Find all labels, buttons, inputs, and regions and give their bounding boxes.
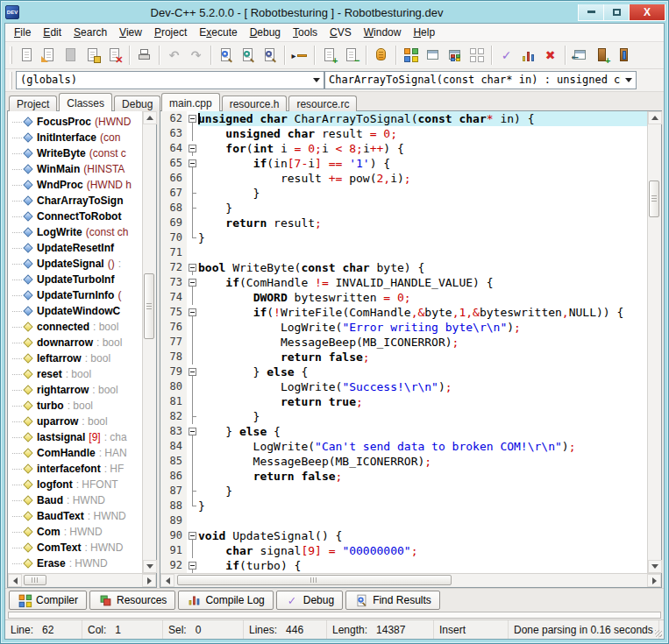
tree-item-updateturninfo[interactable]: UpdateTurnInfo( bbox=[8, 287, 142, 303]
code-text[interactable]: return false; bbox=[198, 350, 647, 364]
code-text[interactable]: void UpdateSignal() { bbox=[198, 528, 647, 543]
new-unit-button[interactable]: + bbox=[318, 45, 340, 66]
tree-item-updatewindowc[interactable]: UpdateWindowC bbox=[8, 303, 142, 319]
code-text[interactable]: if(!WriteFile(ComHandle,&byte,1,&byteswr… bbox=[198, 305, 647, 320]
profile-button[interactable] bbox=[517, 45, 539, 66]
tree-item-logfont[interactable]: logfont: HFONT bbox=[8, 477, 142, 492]
fold-marker[interactable] bbox=[187, 424, 198, 439]
fold-marker[interactable] bbox=[187, 111, 198, 126]
menu-item-tools[interactable]: Tools bbox=[287, 24, 324, 41]
menu-item-window[interactable]: Window bbox=[358, 24, 408, 41]
code-text[interactable]: unsigned char result = 0; bbox=[198, 126, 647, 141]
remove-unit-button[interactable]: − bbox=[340, 45, 362, 66]
minimize-button[interactable] bbox=[579, 4, 604, 20]
report-tab-compile-log[interactable]: Compile Log bbox=[178, 591, 273, 610]
menu-item-file[interactable]: File bbox=[8, 24, 37, 41]
menu-item-edit[interactable]: Edit bbox=[37, 24, 68, 41]
code-text[interactable] bbox=[198, 513, 647, 528]
tree-horizontal-scrollbar[interactable] bbox=[8, 573, 156, 587]
code-text[interactable]: } bbox=[198, 409, 647, 424]
fold-marker[interactable] bbox=[187, 141, 198, 156]
goto-line-button[interactable]: ▸ bbox=[288, 45, 310, 66]
tree-item-updateturboinf[interactable]: UpdateTurboInf bbox=[8, 272, 142, 287]
code-text[interactable]: return false; bbox=[198, 469, 647, 484]
code-text[interactable]: return true; bbox=[198, 394, 647, 409]
code-text[interactable]: } else { bbox=[198, 424, 647, 439]
tree-item-com[interactable]: Com: HWND bbox=[8, 524, 142, 540]
report-tab-compiler[interactable]: Compiler bbox=[9, 591, 87, 610]
tree-item-rightarrow[interactable]: rightarrow: bool bbox=[8, 382, 142, 398]
code-text[interactable]: return result; bbox=[198, 216, 647, 230]
code-text[interactable]: if(ComHandle != INVALID_HANDLE_VALUE) { bbox=[198, 275, 647, 290]
close-file-button[interactable]: ✕ bbox=[103, 45, 125, 66]
fold-marker[interactable] bbox=[187, 305, 198, 320]
open-file-button[interactable] bbox=[38, 45, 60, 66]
code-text[interactable]: DWORD byteswritten = 0; bbox=[198, 290, 647, 305]
rebuild-all-button[interactable] bbox=[466, 45, 488, 66]
code-text[interactable]: } bbox=[198, 201, 647, 216]
tree-item-updateresetinf[interactable]: UpdateResetInf bbox=[8, 240, 142, 256]
code-text[interactable]: } bbox=[198, 230, 647, 245]
fold-marker[interactable] bbox=[187, 260, 198, 275]
compile-button[interactable] bbox=[400, 45, 422, 66]
fold-marker[interactable] bbox=[187, 558, 198, 573]
code-text[interactable]: } else { bbox=[198, 364, 647, 379]
tree-vertical-scrollbar[interactable] bbox=[142, 111, 156, 573]
titlebar[interactable]: DEV Dev-C++ 5.2.0.0 - [ Robotbesturing ]… bbox=[1, 1, 668, 22]
chevron-down-icon[interactable] bbox=[309, 72, 324, 88]
scroll-right-button[interactable] bbox=[142, 574, 156, 587]
member-combobox[interactable]: CharArrayToSignal(const char* in) : unsi… bbox=[324, 71, 637, 89]
code-text[interactable]: } bbox=[198, 484, 647, 499]
code-text[interactable]: } bbox=[198, 186, 647, 201]
find-button[interactable] bbox=[215, 45, 237, 66]
fold-marker[interactable] bbox=[187, 275, 198, 290]
tab-classes[interactable]: Classes bbox=[59, 93, 112, 111]
code-text[interactable]: LogWrite("Can't send data to broken COM!… bbox=[198, 439, 647, 454]
code-text[interactable]: LogWrite("Success!\r\n"); bbox=[198, 379, 647, 394]
report-tab-resources[interactable]: Resources bbox=[89, 591, 175, 610]
scroll-up-button[interactable] bbox=[143, 111, 157, 124]
scroll-right-button[interactable] bbox=[647, 574, 661, 587]
menu-item-project[interactable]: Project bbox=[148, 24, 193, 41]
new-file-button[interactable] bbox=[16, 45, 38, 66]
scroll-up-button[interactable] bbox=[648, 111, 662, 124]
run-button[interactable] bbox=[422, 45, 444, 66]
editor-horizontal-scrollbar[interactable] bbox=[160, 573, 661, 587]
tree-item-comtext[interactable]: ComText: HWND bbox=[8, 540, 142, 556]
tree-item-writebyte[interactable]: WriteByte(const c bbox=[8, 145, 142, 161]
tree-item-reset[interactable]: reset: bool bbox=[8, 366, 142, 382]
tree-item-baudtext[interactable]: BaudText: HWND bbox=[8, 508, 142, 524]
tree-item-connecttorobot[interactable]: ConnectToRobot bbox=[8, 209, 142, 224]
tab-main-cpp[interactable]: main.cpp bbox=[161, 93, 220, 111]
code-text[interactable]: result += pow(2,i); bbox=[198, 171, 647, 186]
tree-item-erase[interactable]: Erase: HWND bbox=[8, 556, 142, 571]
report-tab-debug[interactable]: ✓Debug bbox=[276, 591, 343, 610]
tree-item-winmain[interactable]: WinMain(HINSTA bbox=[8, 161, 142, 177]
fold-marker[interactable] bbox=[187, 156, 198, 171]
menu-item-help[interactable]: Help bbox=[407, 24, 441, 41]
scroll-down-button[interactable] bbox=[143, 560, 157, 573]
tree-item-baud[interactable]: Baud: HWND bbox=[8, 492, 142, 508]
tab-resource-rc[interactable]: resource.rc bbox=[288, 96, 357, 111]
code-text[interactable]: if(turbo) { bbox=[198, 558, 647, 573]
tree-item-focusproc[interactable]: FocusProc(HWND bbox=[8, 114, 142, 130]
scroll-left-button[interactable] bbox=[8, 574, 22, 587]
resize-grip[interactable] bbox=[655, 630, 662, 637]
tree-item-interfacefont[interactable]: interfacefont: HF bbox=[8, 461, 142, 477]
code-text[interactable]: unsigned char CharArrayToSignal(const ch… bbox=[198, 111, 647, 126]
menu-item-debug[interactable]: Debug bbox=[244, 24, 287, 41]
chevron-down-icon[interactable] bbox=[621, 72, 636, 88]
menu-item-execute[interactable]: Execute bbox=[193, 24, 243, 41]
scope-combobox[interactable]: (globals) bbox=[16, 71, 324, 89]
tab-project[interactable]: Project bbox=[9, 96, 57, 111]
scrollbar-thumb[interactable] bbox=[144, 273, 154, 339]
tab-debug[interactable]: Debug bbox=[114, 96, 160, 111]
code-text[interactable]: if(in[7-i] == '1') { bbox=[198, 156, 647, 171]
tree-item-chararraytosign[interactable]: CharArrayToSign bbox=[8, 193, 142, 209]
switch-window-button[interactable]: ← bbox=[569, 45, 591, 66]
tab-resource-h[interactable]: resource.h bbox=[222, 96, 288, 111]
code-text[interactable]: MessageBeep(MB_ICONERROR); bbox=[198, 335, 647, 350]
open-project-button[interactable]: + bbox=[591, 45, 613, 66]
scroll-left-button[interactable] bbox=[160, 574, 174, 587]
tree-item-downarrow[interactable]: downarrow: bool bbox=[8, 335, 142, 350]
